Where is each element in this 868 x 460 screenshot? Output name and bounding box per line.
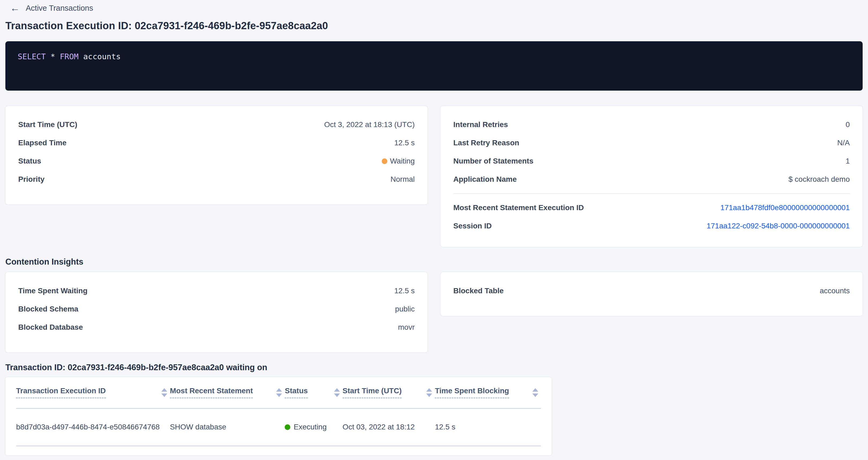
kv-row-start-time: Start Time (UTC) Oct 3, 2022 at 18:13 (U… xyxy=(18,116,415,134)
kv-label: Time Spent Waiting xyxy=(18,286,87,295)
transaction-details-page: ← Active Transactions Transaction Execut… xyxy=(0,0,868,455)
page-title: Transaction Execution ID: 02ca7931-f246-… xyxy=(5,20,863,32)
sort-icon[interactable] xyxy=(426,388,432,397)
kv-label: Blocked Schema xyxy=(18,305,78,313)
sort-up-icon xyxy=(426,388,432,392)
sort-icon[interactable] xyxy=(532,388,538,397)
sort-down-icon xyxy=(426,394,432,397)
kv-label: Internal Retries xyxy=(453,120,508,129)
kv-label: Number of Statements xyxy=(453,157,533,165)
status-text: Waiting xyxy=(390,157,415,165)
kv-label: Status xyxy=(18,157,41,165)
sort-down-icon xyxy=(161,394,167,397)
sql-statement-box: SELECT * FROM accounts xyxy=(5,41,863,91)
sql-table-name: accounts xyxy=(79,52,121,61)
cell-status: Executing xyxy=(285,408,342,446)
session-id-link[interactable]: 171aa122-c092-54b8-0000-000000000001 xyxy=(707,222,850,230)
kv-label: Blocked Table xyxy=(453,286,504,295)
kv-row-internal-retries: Internal Retries 0 xyxy=(453,116,850,134)
sort-icon[interactable] xyxy=(276,388,282,397)
kv-value: 12.5 s xyxy=(394,139,415,147)
kv-label: Application Name xyxy=(453,175,517,184)
sort-up-icon xyxy=(334,388,340,392)
kv-value: accounts xyxy=(820,286,850,295)
summary-cards-row: Start Time (UTC) Oct 3, 2022 at 18:13 (U… xyxy=(5,106,863,247)
sort-down-icon xyxy=(276,394,282,397)
sql-star: * xyxy=(46,52,60,61)
kv-row-session-id: Session ID 171aa122-c092-54b8-0000-00000… xyxy=(453,217,850,235)
status-badge: Waiting xyxy=(382,157,415,165)
cell-time-spent-blocking: 12.5 s xyxy=(435,408,541,446)
transaction-summary-card: Start Time (UTC) Oct 3, 2022 at 18:13 (U… xyxy=(5,106,428,205)
kv-value: 12.5 s xyxy=(394,286,415,295)
kv-label: Last Retry Reason xyxy=(453,139,519,147)
column-header-label: Status xyxy=(285,387,308,398)
sort-up-icon xyxy=(161,388,167,392)
contention-insights-heading: Contention Insights xyxy=(5,257,863,267)
sort-up-icon xyxy=(276,388,282,392)
kv-label: Blocked Database xyxy=(18,323,83,332)
kv-value: 1 xyxy=(845,157,850,165)
kv-row-time-spent-waiting: Time Spent Waiting 12.5 s xyxy=(18,282,415,300)
kv-row-blocked-database: Blocked Database movr xyxy=(18,318,415,336)
column-header-transaction-execution-id[interactable]: Transaction Execution ID xyxy=(16,377,170,408)
kv-row-last-retry-reason: Last Retry Reason N/A xyxy=(453,134,850,152)
contention-cards-row: Time Spent Waiting 12.5 s Blocked Schema… xyxy=(5,272,863,352)
kv-label: Session ID xyxy=(453,222,492,230)
waiting-on-heading: Transaction ID: 02ca7931-f246-469b-b2fe-… xyxy=(5,363,863,372)
column-header-label: Most Recent Statement xyxy=(170,387,253,398)
column-header-most-recent-statement[interactable]: Most Recent Statement xyxy=(170,377,285,408)
sort-icon[interactable] xyxy=(161,388,167,397)
back-label: Active Transactions xyxy=(26,4,93,12)
contention-details-card: Time Spent Waiting 12.5 s Blocked Schema… xyxy=(5,272,428,352)
kv-row-elapsed-time: Elapsed Time 12.5 s xyxy=(18,134,415,152)
kv-value: Oct 3, 2022 at 18:13 (UTC) xyxy=(324,120,415,129)
cell-start-time: Oct 03, 2022 at 18:12 xyxy=(343,408,435,446)
kv-value: public xyxy=(395,305,415,313)
waiting-on-table: Transaction Execution ID Most Recent Sta… xyxy=(16,377,541,446)
column-header-time-spent-blocking[interactable]: Time Spent Blocking xyxy=(435,377,541,408)
kv-value: N/A xyxy=(837,139,850,147)
column-header-label: Transaction Execution ID xyxy=(16,387,106,398)
sql-keyword-from: FROM xyxy=(60,52,79,61)
blocked-table-card: Blocked Table accounts xyxy=(440,272,863,316)
kv-value: 0 xyxy=(845,120,850,129)
back-arrow-icon: ← xyxy=(10,3,20,13)
waiting-on-table-card: Transaction Execution ID Most Recent Sta… xyxy=(5,377,552,455)
kv-row-priority: Priority Normal xyxy=(18,170,415,188)
sort-up-icon xyxy=(532,388,538,392)
waiting-status-dot xyxy=(382,158,388,164)
sort-icon[interactable] xyxy=(334,388,340,397)
column-header-label: Time Spent Blocking xyxy=(435,387,509,398)
kv-label: Start Time (UTC) xyxy=(18,120,77,129)
column-header-start-time[interactable]: Start Time (UTC) xyxy=(343,377,435,408)
cell-most-recent-statement: SHOW database xyxy=(170,408,285,446)
cell-transaction-execution-id: b8d7d03a-d497-446b-8474-e50846674768 xyxy=(16,408,170,446)
back-to-active-transactions-link[interactable]: ← Active Transactions xyxy=(10,3,93,13)
kv-value: $ cockroach demo xyxy=(788,175,850,184)
kv-value: movr xyxy=(398,323,415,332)
card-divider xyxy=(453,193,850,194)
kv-row-status: Status Waiting xyxy=(18,152,415,170)
column-header-label: Start Time (UTC) xyxy=(343,387,402,398)
kv-row-blocked-schema: Blocked Schema public xyxy=(18,300,415,318)
table-row: b8d7d03a-d497-446b-8474-e50846674768 SHO… xyxy=(16,408,541,446)
waiting-on-table-header: Transaction Execution ID Most Recent Sta… xyxy=(16,377,541,408)
kv-row-blocked-table: Blocked Table accounts xyxy=(453,282,850,300)
sql-keyword-select: SELECT xyxy=(18,52,46,61)
kv-label: Most Recent Statement Execution ID xyxy=(453,204,584,212)
kv-row-statement-execution-id: Most Recent Statement Execution ID 171aa… xyxy=(453,198,850,217)
kv-value: Normal xyxy=(391,175,415,184)
column-header-status[interactable]: Status xyxy=(285,377,342,408)
execution-attributes-card: Internal Retries 0 Last Retry Reason N/A… xyxy=(440,106,863,247)
sql-statement: SELECT * FROM accounts xyxy=(18,52,850,61)
sort-down-icon xyxy=(532,394,538,397)
kv-label: Priority xyxy=(18,175,44,184)
kv-label: Elapsed Time xyxy=(18,139,66,147)
executing-status-dot xyxy=(285,424,290,430)
sort-down-icon xyxy=(334,394,340,397)
kv-row-application-name: Application Name $ cockroach demo xyxy=(453,170,850,188)
statement-execution-id-link[interactable]: 171aa1b478fdf0e80000000000000001 xyxy=(720,204,850,212)
kv-row-number-of-statements: Number of Statements 1 xyxy=(453,152,850,170)
status-text: Executing xyxy=(293,423,327,431)
